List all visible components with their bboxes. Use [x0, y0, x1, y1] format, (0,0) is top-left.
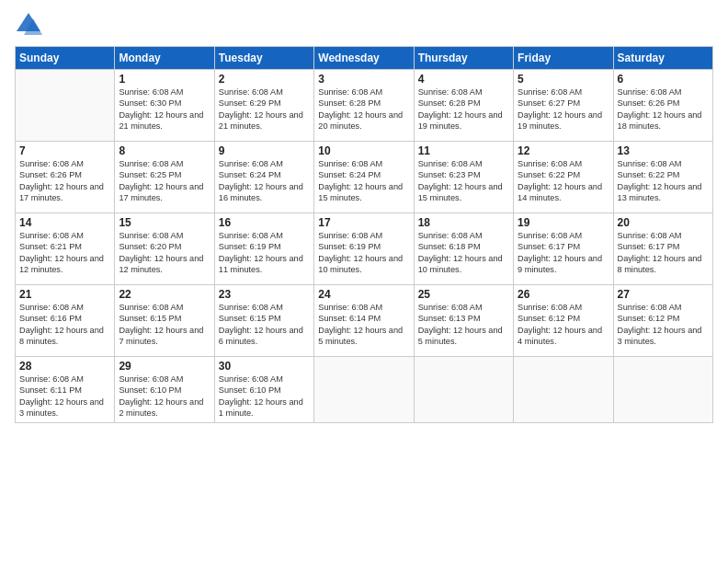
- weekday-tuesday: Tuesday: [214, 47, 313, 70]
- daylight-text: Daylight: 12 hours and 6 minutes.: [219, 326, 303, 346]
- daylight-text: Daylight: 12 hours and 21 minutes.: [219, 110, 303, 131]
- calendar-cell: 29 Sunrise: 6:08 AM Sunset: 6:10 PM Dayl…: [115, 357, 214, 423]
- week-row-2: 7 Sunrise: 6:08 AM Sunset: 6:26 PM Dayli…: [16, 142, 713, 213]
- day-number: 24: [318, 288, 409, 301]
- daylight-text: Daylight: 12 hours and 20 minutes.: [318, 110, 403, 131]
- sunset-text: Sunset: 6:10 PM: [119, 385, 181, 395]
- day-number: 17: [318, 216, 409, 229]
- day-number: 5: [518, 73, 609, 86]
- day-number: 7: [19, 144, 110, 157]
- day-number: 29: [119, 360, 210, 373]
- calendar-cell: 20 Sunrise: 6:08 AM Sunset: 6:17 PM Dayl…: [613, 213, 712, 285]
- week-row-5: 28 Sunrise: 6:08 AM Sunset: 6:11 PM Dayl…: [16, 357, 713, 423]
- calendar-cell: [613, 357, 712, 423]
- calendar-cell: [514, 357, 613, 423]
- daylight-text: Daylight: 12 hours and 4 minutes.: [518, 326, 602, 346]
- calendar-header: SundayMondayTuesdayWednesdayThursdayFrid…: [16, 47, 713, 70]
- day-info: Sunrise: 6:08 AM Sunset: 6:15 PM Dayligh…: [119, 302, 210, 348]
- week-row-1: 1 Sunrise: 6:08 AM Sunset: 6:30 PM Dayli…: [16, 70, 713, 142]
- day-number: 15: [119, 216, 210, 229]
- day-number: 4: [418, 73, 509, 86]
- sunset-text: Sunset: 6:27 PM: [518, 98, 580, 108]
- sunset-text: Sunset: 6:19 PM: [219, 242, 281, 251]
- calendar-cell: 22 Sunrise: 6:08 AM Sunset: 6:15 PM Dayl…: [115, 285, 214, 357]
- daylight-text: Daylight: 12 hours and 10 minutes.: [418, 254, 503, 274]
- day-number: 11: [418, 144, 509, 157]
- calendar-page: SundayMondayTuesdayWednesdayThursdayFrid…: [0, 0, 728, 563]
- sunset-text: Sunset: 6:29 PM: [219, 98, 281, 108]
- sunset-text: Sunset: 6:17 PM: [618, 242, 680, 251]
- sunset-text: Sunset: 6:24 PM: [219, 170, 281, 179]
- sunset-text: Sunset: 6:12 PM: [618, 314, 680, 323]
- sunset-text: Sunset: 6:12 PM: [518, 314, 580, 323]
- sunrise-text: Sunrise: 6:08 AM: [418, 159, 483, 168]
- day-info: Sunrise: 6:08 AM Sunset: 6:23 PM Dayligh…: [418, 158, 509, 204]
- day-info: Sunrise: 6:08 AM Sunset: 6:28 PM Dayligh…: [418, 86, 509, 132]
- calendar-cell: 23 Sunrise: 6:08 AM Sunset: 6:15 PM Dayl…: [214, 285, 313, 357]
- sunset-text: Sunset: 6:19 PM: [318, 242, 381, 251]
- calendar-cell: 14 Sunrise: 6:08 AM Sunset: 6:21 PM Dayl…: [16, 213, 115, 285]
- day-number: 6: [618, 73, 709, 86]
- calendar-cell: 10 Sunrise: 6:08 AM Sunset: 6:24 PM Dayl…: [314, 142, 414, 213]
- sunrise-text: Sunrise: 6:08 AM: [219, 231, 283, 240]
- sunrise-text: Sunrise: 6:08 AM: [219, 87, 283, 97]
- day-info: Sunrise: 6:08 AM Sunset: 6:30 PM Dayligh…: [119, 86, 210, 132]
- sunset-text: Sunset: 6:18 PM: [418, 242, 481, 251]
- calendar-cell: 30 Sunrise: 6:08 AM Sunset: 6:10 PM Dayl…: [214, 357, 313, 423]
- daylight-text: Daylight: 12 hours and 5 minutes.: [418, 326, 503, 346]
- calendar-cell: [16, 70, 115, 142]
- day-number: 9: [219, 144, 310, 157]
- sunrise-text: Sunrise: 6:08 AM: [19, 374, 84, 384]
- day-info: Sunrise: 6:08 AM Sunset: 6:20 PM Dayligh…: [119, 230, 210, 276]
- day-number: 16: [219, 216, 310, 229]
- sunrise-text: Sunrise: 6:08 AM: [19, 159, 84, 168]
- day-number: 27: [618, 288, 709, 301]
- calendar-cell: 15 Sunrise: 6:08 AM Sunset: 6:20 PM Dayl…: [115, 213, 214, 285]
- day-number: 22: [119, 288, 210, 301]
- day-number: 25: [418, 288, 509, 301]
- sunset-text: Sunset: 6:13 PM: [418, 314, 481, 323]
- sunrise-text: Sunrise: 6:08 AM: [318, 303, 382, 312]
- day-info: Sunrise: 6:08 AM Sunset: 6:12 PM Dayligh…: [518, 302, 609, 348]
- calendar-cell: 9 Sunrise: 6:08 AM Sunset: 6:24 PM Dayli…: [214, 142, 313, 213]
- daylight-text: Daylight: 12 hours and 11 minutes.: [219, 254, 303, 274]
- calendar-cell: 4 Sunrise: 6:08 AM Sunset: 6:28 PM Dayli…: [414, 70, 513, 142]
- day-info: Sunrise: 6:08 AM Sunset: 6:18 PM Dayligh…: [418, 230, 509, 276]
- sunrise-text: Sunrise: 6:08 AM: [119, 159, 183, 168]
- daylight-text: Daylight: 12 hours and 19 minutes.: [518, 110, 602, 131]
- sunset-text: Sunset: 6:23 PM: [418, 170, 481, 179]
- sunrise-text: Sunrise: 6:08 AM: [318, 87, 382, 97]
- day-info: Sunrise: 6:08 AM Sunset: 6:13 PM Dayligh…: [418, 302, 509, 348]
- weekday-wednesday: Wednesday: [314, 47, 414, 70]
- calendar-cell: 16 Sunrise: 6:08 AM Sunset: 6:19 PM Dayl…: [214, 213, 313, 285]
- sunset-text: Sunset: 6:10 PM: [219, 385, 281, 395]
- sunrise-text: Sunrise: 6:08 AM: [19, 303, 84, 312]
- calendar-cell: [314, 357, 414, 423]
- sunset-text: Sunset: 6:15 PM: [119, 314, 181, 323]
- sunset-text: Sunset: 6:15 PM: [219, 314, 281, 323]
- calendar-cell: 18 Sunrise: 6:08 AM Sunset: 6:18 PM Dayl…: [414, 213, 513, 285]
- sunset-text: Sunset: 6:28 PM: [418, 98, 481, 108]
- day-info: Sunrise: 6:08 AM Sunset: 6:29 PM Dayligh…: [219, 86, 310, 132]
- day-info: Sunrise: 6:08 AM Sunset: 6:25 PM Dayligh…: [119, 158, 210, 204]
- sunset-text: Sunset: 6:26 PM: [618, 98, 680, 108]
- daylight-text: Daylight: 12 hours and 19 minutes.: [418, 110, 503, 131]
- calendar-table: SundayMondayTuesdayWednesdayThursdayFrid…: [15, 46, 713, 423]
- sunrise-text: Sunrise: 6:08 AM: [618, 303, 682, 312]
- week-row-3: 14 Sunrise: 6:08 AM Sunset: 6:21 PM Dayl…: [16, 213, 713, 285]
- sunrise-text: Sunrise: 6:08 AM: [318, 159, 382, 168]
- day-number: 13: [618, 144, 709, 157]
- day-info: Sunrise: 6:08 AM Sunset: 6:24 PM Dayligh…: [318, 158, 409, 204]
- calendar-cell: 12 Sunrise: 6:08 AM Sunset: 6:22 PM Dayl…: [514, 142, 613, 213]
- sunset-text: Sunset: 6:21 PM: [19, 242, 82, 251]
- daylight-text: Daylight: 12 hours and 3 minutes.: [618, 326, 702, 346]
- sunrise-text: Sunrise: 6:08 AM: [219, 303, 283, 312]
- sunset-text: Sunset: 6:24 PM: [318, 170, 381, 179]
- sunrise-text: Sunrise: 6:08 AM: [219, 374, 283, 384]
- calendar-body: 1 Sunrise: 6:08 AM Sunset: 6:30 PM Dayli…: [16, 70, 713, 423]
- day-number: 21: [19, 288, 110, 301]
- weekday-row: SundayMondayTuesdayWednesdayThursdayFrid…: [16, 47, 713, 70]
- sunrise-text: Sunrise: 6:08 AM: [119, 87, 183, 97]
- day-info: Sunrise: 6:08 AM Sunset: 6:22 PM Dayligh…: [618, 158, 709, 204]
- calendar-cell: 1 Sunrise: 6:08 AM Sunset: 6:30 PM Dayli…: [115, 70, 214, 142]
